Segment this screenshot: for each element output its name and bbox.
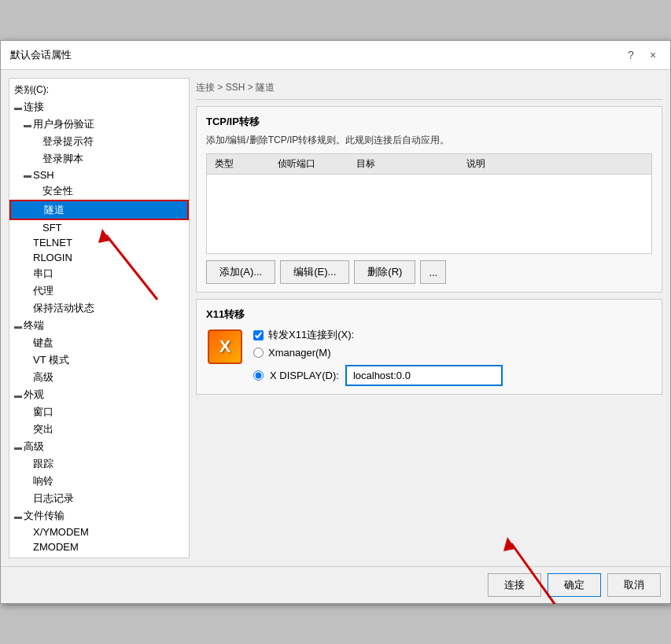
tcp-section-desc: 添加/编辑/删除TCP/IP转移规则。此规则连接后自动应用。 bbox=[206, 134, 652, 147]
help-button[interactable]: ? bbox=[623, 47, 639, 63]
x11-icon bbox=[206, 328, 244, 366]
title-bar-controls: ? × bbox=[623, 47, 661, 63]
sidebar-item-proxy[interactable]: 代理 bbox=[9, 282, 189, 300]
x11-section: X11转移 转发X11连接到(X): Xmana bbox=[196, 299, 662, 395]
forward-x11-checkbox[interactable] bbox=[253, 330, 264, 340]
dialog-footer: 连接 确定 取消 bbox=[1, 566, 670, 603]
xdisplay-input[interactable] bbox=[345, 365, 503, 386]
dialog-title: 默认会话属性 bbox=[10, 48, 72, 62]
xmanager-radio[interactable] bbox=[253, 348, 264, 358]
expander-icon: ▬ bbox=[13, 443, 24, 451]
sidebar-item-appearance[interactable]: ▬ 外观 bbox=[9, 386, 189, 403]
sidebar-item-security[interactable]: 安全性 bbox=[9, 182, 189, 200]
xmanager-label: Xmanager(M) bbox=[268, 347, 330, 359]
right-panel: 连接 > SSH > 隧道 TCP/IP转移 添加/编辑/删除TCP/IP转移规… bbox=[196, 78, 662, 558]
sidebar-item-bell[interactable]: 响铃 bbox=[9, 473, 189, 490]
tcp-section: TCP/IP转移 添加/编辑/删除TCP/IP转移规则。此规则连接后自动应用。 … bbox=[196, 106, 662, 293]
cancel-button[interactable]: 取消 bbox=[607, 573, 661, 597]
table-buttons: 添加(A)... 编辑(E)... 删除(R) ... bbox=[206, 260, 652, 284]
sidebar-item-user-auth[interactable]: ▬ 用户身份验证 bbox=[9, 116, 189, 133]
x11-options: 转发X11连接到(X): Xmanager(M) X DISPLAY(D): bbox=[253, 328, 503, 386]
close-button[interactable]: × bbox=[645, 47, 661, 63]
expander-icon: ▬ bbox=[13, 103, 24, 112]
xdisplay-radio[interactable] bbox=[253, 370, 264, 381]
tcp-section-title: TCP/IP转移 bbox=[206, 115, 652, 129]
col-type: 类型 bbox=[212, 157, 275, 171]
xdisplay-label: X DISPLAY(D): bbox=[270, 370, 339, 381]
sidebar-item-advanced[interactable]: 高级 bbox=[9, 369, 189, 386]
sidebar-item-zmodem[interactable]: ZMODEM bbox=[9, 539, 189, 554]
expander-icon: ▬ bbox=[13, 322, 24, 330]
more-button[interactable]: ... bbox=[420, 260, 446, 284]
main-dialog: 默认会话属性 ? × 类别(C): ▬ 连接 ▬ 用户身份验证 bbox=[0, 40, 671, 604]
expander-icon: ▬ bbox=[22, 171, 33, 179]
sidebar-item-highlight[interactable]: 突出 bbox=[9, 421, 189, 438]
expander-icon: ▬ bbox=[13, 512, 24, 521]
x11-content: 转发X11连接到(X): Xmanager(M) X DISPLAY(D): bbox=[206, 328, 652, 386]
ok-button[interactable]: 确定 bbox=[547, 573, 601, 597]
forward-x11-row: 转发X11连接到(X): bbox=[253, 328, 503, 342]
sidebar-item-rlogin[interactable]: RLOGIN bbox=[9, 250, 189, 265]
category-tree: 类别(C): ▬ 连接 ▬ 用户身份验证 登录提示符 登录脚本 bbox=[9, 78, 190, 558]
connect-button[interactable]: 连接 bbox=[488, 573, 541, 597]
sidebar-item-file-transfer[interactable]: ▬ 文件传输 bbox=[9, 507, 189, 524]
x11-icon-graphic bbox=[208, 329, 242, 364]
category-label: 类别(C): bbox=[9, 82, 189, 98]
x11-section-title: X11转移 bbox=[206, 307, 652, 322]
title-bar: 默认会话属性 ? × bbox=[1, 41, 670, 70]
sidebar-item-terminal[interactable]: ▬ 终端 bbox=[9, 317, 189, 334]
sidebar-item-serial[interactable]: 串口 bbox=[9, 265, 189, 282]
sidebar-item-xymodem[interactable]: X/YMODEM bbox=[9, 524, 189, 539]
sidebar-item-ssh[interactable]: ▬ SSH bbox=[9, 167, 189, 182]
col-target: 目标 bbox=[353, 157, 463, 171]
sidebar-item-login-prompt[interactable]: 登录提示符 bbox=[9, 133, 189, 150]
breadcrumb: 连接 > SSH > 隧道 bbox=[196, 78, 662, 100]
xdisplay-row: X DISPLAY(D): bbox=[253, 365, 503, 386]
sidebar-item-login-script[interactable]: 登录脚本 bbox=[9, 150, 189, 167]
sidebar-item-trace[interactable]: 跟踪 bbox=[9, 455, 189, 473]
expander-icon: ▬ bbox=[13, 391, 24, 399]
sidebar-item-connection[interactable]: ▬ 连接 bbox=[9, 98, 189, 116]
table-body bbox=[207, 175, 651, 253]
col-desc: 说明 bbox=[463, 157, 647, 171]
sidebar-item-keepalive[interactable]: 保持活动状态 bbox=[9, 300, 189, 317]
sidebar-item-vt-mode[interactable]: VT 模式 bbox=[9, 351, 189, 369]
sidebar-item-advanced2[interactable]: ▬ 高级 bbox=[9, 438, 189, 455]
sidebar-item-tunnel[interactable]: 隧道 bbox=[9, 200, 189, 220]
edit-button[interactable]: 编辑(E)... bbox=[280, 260, 349, 284]
forward-x11-label: 转发X11连接到(X): bbox=[268, 328, 354, 342]
sidebar-item-log[interactable]: 日志记录 bbox=[9, 490, 189, 507]
sidebar-item-sftp[interactable]: SFT bbox=[9, 220, 189, 235]
col-port: 侦听端口 bbox=[275, 157, 353, 171]
delete-button[interactable]: 删除(R) bbox=[354, 260, 415, 284]
tcp-table: 类型 侦听端口 目标 说明 bbox=[206, 153, 652, 254]
xmanager-row: Xmanager(M) bbox=[253, 347, 503, 359]
dialog-body: 类别(C): ▬ 连接 ▬ 用户身份验证 登录提示符 登录脚本 bbox=[1, 70, 670, 566]
sidebar-item-telnet[interactable]: TELNET bbox=[9, 235, 189, 250]
table-header: 类型 侦听端口 目标 说明 bbox=[207, 154, 651, 175]
sidebar-item-keyboard[interactable]: 键盘 bbox=[9, 334, 189, 351]
add-button[interactable]: 添加(A)... bbox=[206, 260, 275, 284]
sidebar-item-window[interactable]: 窗口 bbox=[9, 403, 189, 421]
expander-icon: ▬ bbox=[22, 120, 33, 129]
